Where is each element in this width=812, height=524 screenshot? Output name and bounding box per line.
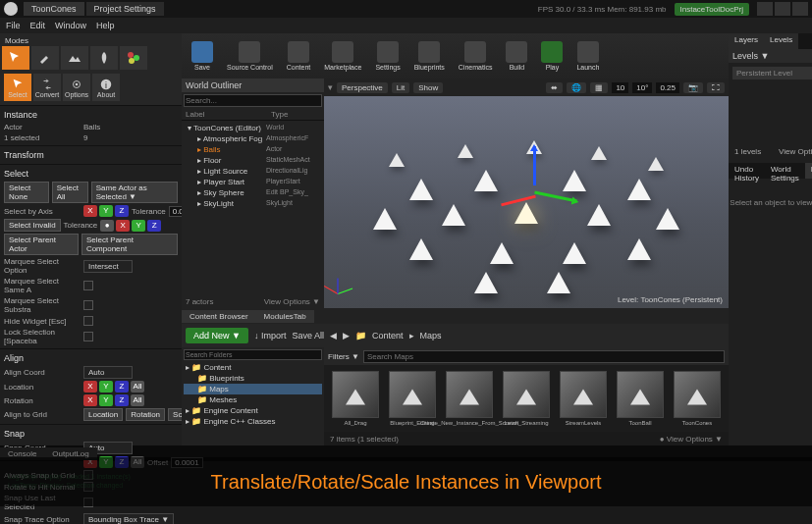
outliner-item[interactable]: ▾ ToonCones (Editor)World — [184, 123, 322, 133]
menu-edit[interactable]: Edit — [30, 21, 46, 30]
outliner-view-options[interactable]: View Options ▼ — [264, 297, 320, 306]
import-button[interactable]: ↓ Import — [254, 331, 287, 341]
lock-selection-checkbox[interactable] — [83, 332, 93, 341]
close-button[interactable] — [792, 2, 808, 16]
mode-landscape-icon[interactable] — [61, 46, 88, 70]
viewport-menu-icon[interactable]: ▾ — [328, 82, 333, 92]
toolbar-cinematics-button[interactable]: Cinematics — [453, 39, 499, 73]
minimize-button[interactable] — [757, 2, 773, 16]
viewport-coord-space-icon[interactable]: 🌐 — [567, 82, 586, 93]
tool-select-button[interactable]: Select — [4, 74, 31, 101]
maximize-button[interactable] — [775, 2, 790, 16]
mode-geometry-icon[interactable] — [120, 46, 147, 70]
tab-project-settings[interactable]: Project Settings — [86, 2, 164, 16]
mode-place-icon[interactable] — [2, 46, 29, 70]
add-new-button[interactable]: Add New ▼ — [186, 328, 248, 343]
outliner-item[interactable]: ▸ Light SourceDirectionalLig — [184, 166, 322, 177]
outliner-col-type[interactable]: Type — [271, 110, 320, 119]
mode-foliage-icon[interactable] — [90, 46, 118, 70]
outliner-item[interactable]: ▸ Sky SphereEdit BP_Sky_ — [184, 187, 322, 198]
toolbar-marketplace-button[interactable]: Marketplace — [318, 39, 367, 73]
tab-modules[interactable]: ModulesTab — [256, 310, 314, 323]
marquee-substra-checkbox[interactable] — [83, 300, 93, 310]
toolbar-play-button[interactable]: Play — [535, 39, 568, 73]
select-none-button[interactable]: Select None — [4, 182, 49, 203]
viewport-lit-button[interactable]: Lit — [392, 82, 409, 93]
outliner-item[interactable]: ▸ FloorStaticMeshAct — [184, 155, 322, 166]
level-item-persistent[interactable]: Persistent Level — [732, 67, 812, 79]
toolbar-build-button[interactable]: Build — [500, 39, 533, 73]
outliner-search-input[interactable] — [184, 94, 322, 107]
breadcrumb-maps[interactable]: Maps — [420, 331, 442, 341]
content-tree-item[interactable]: ▸ 📁 Content — [184, 362, 322, 373]
viewport-perspective-button[interactable]: Perspective — [337, 82, 388, 93]
asset-item[interactable]: Blueprint_Editing — [387, 371, 438, 426]
viewport-rotation-snap[interactable]: 10° — [632, 82, 652, 93]
select-invalid-button[interactable]: Select Invalid — [4, 219, 61, 232]
toolbar-settings-button[interactable]: Settings — [369, 39, 406, 73]
content-tree-search[interactable] — [184, 349, 322, 360]
select-parent-actor-button[interactable]: Select Parent Actor — [4, 234, 79, 255]
select-parent-component-button[interactable]: Select Parent Component — [81, 234, 178, 255]
levels-view-options[interactable]: View Options ▼ — [779, 147, 812, 156]
menu-window[interactable]: Window — [55, 21, 86, 30]
select-same-actor-button[interactable]: Same Actor as Selected ▼ — [91, 182, 178, 203]
select-all-button[interactable]: Select All — [52, 182, 88, 203]
mode-paint-icon[interactable] — [31, 46, 59, 70]
asset-grid[interactable]: All_DragBlueprint_EditingCreate_New_Inst… — [324, 365, 729, 432]
content-view-options[interactable]: ● View Options ▼ — [660, 435, 723, 444]
viewport-maximize-icon[interactable]: ⛶ — [707, 82, 725, 93]
toolbar-save-button[interactable]: Save — [186, 39, 219, 73]
outliner-item[interactable]: ▸ SkyLightSkyLight — [184, 198, 322, 209]
outliner-tree[interactable]: ▾ ToonCones (Editor)World▸ Atmospheric F… — [182, 121, 324, 295]
content-tree-item[interactable]: ▸ 📁 Engine Content — [184, 405, 322, 416]
content-tree-item[interactable]: ▸ 📁 Engine C++ Classes — [184, 416, 322, 427]
asset-item[interactable]: StreamLevels — [558, 371, 609, 426]
menu-help[interactable]: Help — [96, 21, 115, 30]
tab-undo-history[interactable]: Undo History — [729, 163, 765, 179]
nav-back-icon[interactable]: ◀ — [330, 331, 337, 341]
asset-item[interactable]: All_Drag — [330, 371, 381, 426]
asset-item[interactable]: ToonBall — [615, 371, 666, 426]
viewport-camera-speed-icon[interactable]: 📷 — [683, 82, 703, 93]
nav-forward-icon[interactable]: ▶ — [343, 331, 350, 341]
toolbar-source-control-button[interactable]: Source Control — [221, 39, 279, 73]
align-grid-rotation-button[interactable]: Rotation — [126, 408, 165, 421]
viewport-3d[interactable]: Level: ToonCones (Persistent) — [324, 96, 729, 308]
filters-button[interactable]: Filters ▼ — [328, 352, 359, 361]
outliner-item[interactable]: ▸ BallsActor — [184, 144, 322, 155]
content-tree-item[interactable]: 📁 Blueprints — [184, 373, 322, 384]
asset-item[interactable]: ToonCones — [672, 371, 723, 426]
outliner-col-label[interactable]: Label — [186, 110, 271, 119]
content-tree-item[interactable]: 📁 Meshes — [184, 394, 322, 405]
tool-convert-button[interactable]: Convert — [33, 74, 61, 101]
save-all-button[interactable]: Save All — [292, 331, 324, 341]
tool-options-button[interactable]: Options — [63, 74, 90, 101]
tool-about-button[interactable]: iAbout — [92, 74, 120, 101]
tab-world-settings[interactable]: World Settings — [765, 163, 805, 179]
tab-level[interactable]: ToonCones — [24, 2, 84, 16]
select-axis-buttons[interactable]: XYZ — [83, 205, 129, 217]
toolbar-launch-button[interactable]: Launch — [570, 39, 605, 73]
align-location-axes[interactable]: XYZAll — [83, 381, 144, 393]
breadcrumb-content[interactable]: Content — [372, 331, 404, 341]
viewport-surface-snap-icon[interactable]: ▦ — [590, 82, 608, 93]
toolbar-blueprints-button[interactable]: Blueprints — [408, 39, 451, 73]
outliner-item[interactable]: ▸ Player StartPlayerStart — [184, 177, 322, 187]
hide-widget-checkbox[interactable] — [83, 316, 93, 326]
viewport-scale-snap[interactable]: 0.25 — [656, 82, 679, 93]
tab-levels[interactable]: Levels — [764, 33, 798, 49]
asset-item[interactable]: Create_New_Instance_From_Scratch — [444, 371, 495, 426]
tolerance-axis-buttons[interactable]: ●XYZ — [100, 220, 161, 232]
content-tree-item[interactable]: 📁 Maps — [184, 384, 322, 394]
viewport-transform-mode-icon[interactable]: ⬌ — [546, 82, 563, 93]
align-rotation-axes[interactable]: XYZAll — [83, 394, 144, 406]
tab-content-browser[interactable]: Content Browser — [182, 310, 256, 323]
asset-item[interactable]: Level_Streaming — [501, 371, 552, 426]
viewport-show-button[interactable]: Show — [413, 82, 443, 93]
menu-file[interactable]: File — [6, 21, 21, 30]
trace-option-dropdown[interactable]: Bounding Box Trace ▼ — [83, 513, 174, 524]
tab-layers[interactable]: Layers — [729, 33, 764, 49]
align-coord-dropdown[interactable]: Auto — [83, 366, 133, 379]
tab-details[interactable]: Details — [805, 163, 812, 179]
